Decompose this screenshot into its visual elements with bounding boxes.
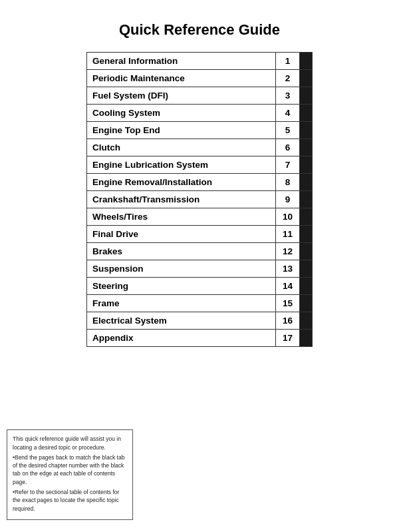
toc-row: Appendix17 bbox=[86, 329, 313, 347]
toc-number: 5 bbox=[276, 122, 300, 138]
toc-row: Fuel System (DFI)3 bbox=[86, 87, 313, 104]
footer-box: This quick reference guide will assist y… bbox=[7, 429, 133, 520]
toc-label: Brakes bbox=[87, 243, 276, 260]
toc-number: 14 bbox=[276, 278, 300, 294]
toc-number: 9 bbox=[276, 191, 300, 208]
toc-number: 15 bbox=[276, 295, 300, 312]
toc-label: Crankshaft/Transmission bbox=[87, 191, 276, 208]
toc-tab bbox=[300, 295, 312, 312]
toc-table: General Information1Periodic Maintenance… bbox=[86, 52, 313, 347]
toc-row: Suspension13 bbox=[86, 260, 313, 277]
toc-row: Frame15 bbox=[86, 294, 313, 312]
toc-tab bbox=[300, 243, 312, 260]
toc-label: Cooling System bbox=[87, 105, 276, 121]
toc-tab bbox=[300, 122, 312, 138]
toc-row: Steering14 bbox=[86, 277, 313, 294]
toc-row: Final Drive11 bbox=[86, 225, 313, 242]
toc-label: Periodic Maintenance bbox=[87, 70, 276, 87]
toc-tab bbox=[300, 260, 312, 277]
toc-number: 13 bbox=[276, 260, 300, 277]
toc-row: General Information1 bbox=[86, 52, 313, 69]
toc-label: Engine Top End bbox=[87, 122, 276, 138]
toc-row: Brakes12 bbox=[86, 242, 313, 260]
toc-number: 1 bbox=[276, 53, 300, 69]
toc-tab bbox=[300, 330, 312, 346]
toc-label: Fuel System (DFI) bbox=[87, 87, 276, 104]
toc-number: 16 bbox=[276, 312, 300, 329]
toc-row: Engine Removal/Installation8 bbox=[86, 173, 313, 190]
toc-row: Engine Lubrication System7 bbox=[86, 156, 313, 173]
toc-tab bbox=[300, 174, 312, 190]
toc-number: 17 bbox=[276, 330, 300, 346]
toc-number: 2 bbox=[276, 70, 300, 87]
toc-label: Wheels/Tires bbox=[87, 208, 276, 225]
toc-number: 8 bbox=[276, 174, 300, 190]
toc-tab bbox=[300, 312, 312, 329]
toc-number: 7 bbox=[276, 156, 300, 173]
toc-label: Electrical System bbox=[87, 312, 276, 329]
toc-label: Appendix bbox=[87, 330, 276, 346]
toc-number: 10 bbox=[276, 208, 300, 225]
toc-number: 6 bbox=[276, 139, 300, 156]
toc-tab bbox=[300, 208, 312, 225]
toc-number: 12 bbox=[276, 243, 300, 260]
toc-row: Clutch6 bbox=[86, 138, 313, 156]
toc-label: General Information bbox=[87, 53, 276, 69]
toc-number: 11 bbox=[276, 226, 300, 242]
toc-tab bbox=[300, 191, 312, 208]
toc-label: Frame bbox=[87, 295, 276, 312]
footer-line3: •Refer to the sectional table of content… bbox=[13, 488, 127, 513]
toc-row: Wheels/Tires10 bbox=[86, 208, 313, 225]
toc-tab bbox=[300, 53, 312, 69]
toc-label: Steering bbox=[87, 278, 276, 294]
toc-label: Engine Removal/Installation bbox=[87, 174, 276, 190]
toc-tab bbox=[300, 105, 312, 121]
footer-line1: This quick reference guide will assist y… bbox=[13, 435, 127, 451]
toc-tab bbox=[300, 70, 312, 87]
toc-label: Engine Lubrication System bbox=[87, 156, 276, 173]
toc-tab bbox=[300, 139, 312, 156]
page-title: Quick Reference Guide bbox=[0, 0, 399, 52]
toc-tab bbox=[300, 87, 312, 104]
toc-row: Engine Top End5 bbox=[86, 121, 313, 138]
toc-number: 4 bbox=[276, 105, 300, 121]
toc-label: Final Drive bbox=[87, 226, 276, 242]
toc-label: Clutch bbox=[87, 139, 276, 156]
toc-tab bbox=[300, 156, 312, 173]
toc-tab bbox=[300, 226, 312, 242]
toc-tab bbox=[300, 278, 312, 294]
toc-label: Suspension bbox=[87, 260, 276, 277]
toc-row: Electrical System16 bbox=[86, 312, 313, 329]
toc-number: 3 bbox=[276, 87, 300, 104]
footer-line2: •Bend the pages back to match the black … bbox=[13, 453, 127, 486]
toc-row: Crankshaft/Transmission9 bbox=[86, 190, 313, 208]
toc-row: Periodic Maintenance2 bbox=[86, 69, 313, 87]
toc-row: Cooling System4 bbox=[86, 104, 313, 121]
